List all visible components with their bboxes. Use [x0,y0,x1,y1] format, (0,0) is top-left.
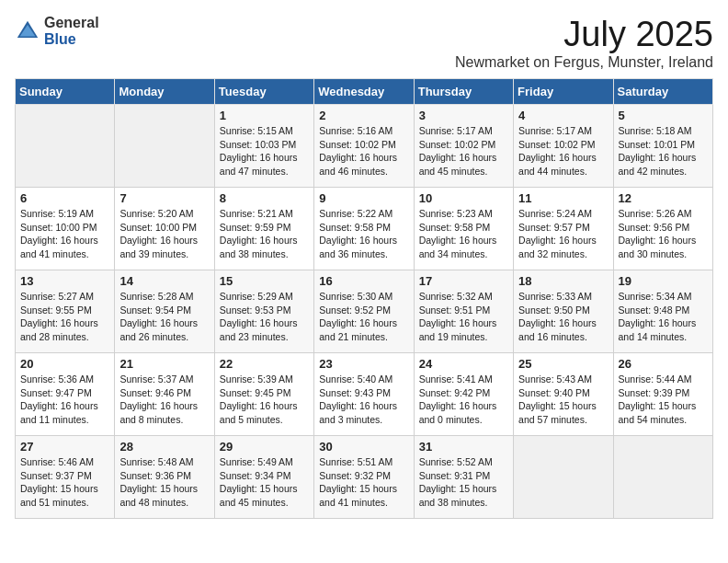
calendar-table: SundayMondayTuesdayWednesdayThursdayFrid… [15,78,713,519]
calendar-cell: 3Sunrise: 5:17 AMSunset: 10:02 PMDayligh… [414,105,513,188]
calendar-cell: 10Sunrise: 5:23 AMSunset: 9:58 PMDayligh… [414,188,513,270]
cell-content: Sunrise: 5:41 AMSunset: 9:42 PMDaylight:… [419,373,508,427]
cell-content: Sunrise: 5:19 AMSunset: 10:00 PMDaylight… [20,207,109,261]
calendar-cell: 8Sunrise: 5:21 AMSunset: 9:59 PMDaylight… [214,188,313,270]
day-number: 11 [518,191,608,205]
day-number: 17 [419,274,508,288]
cell-content: Sunrise: 5:26 AMSunset: 9:56 PMDaylight:… [619,207,708,261]
calendar-week-4: 20Sunrise: 5:36 AMSunset: 9:47 PMDayligh… [16,353,713,436]
calendar-cell: 7Sunrise: 5:20 AMSunset: 10:00 PMDayligh… [115,188,214,270]
calendar-week-3: 13Sunrise: 5:27 AMSunset: 9:55 PMDayligh… [16,270,713,353]
day-number: 14 [119,274,209,288]
cell-content: Sunrise: 5:34 AMSunset: 9:48 PMDaylight:… [619,290,708,344]
calendar-cell: 4Sunrise: 5:17 AMSunset: 10:02 PMDayligh… [514,105,613,188]
header: General Blue July 2025 Newmarket on Ferg… [15,15,713,71]
cell-content: Sunrise: 5:22 AMSunset: 9:58 PMDaylight:… [319,207,408,261]
calendar-cell: 20Sunrise: 5:36 AMSunset: 9:47 PMDayligh… [16,353,115,436]
day-number: 19 [619,274,708,288]
cell-content: Sunrise: 5:52 AMSunset: 9:31 PMDaylight:… [419,455,508,510]
day-number: 8 [220,191,309,205]
cell-content: Sunrise: 5:15 AMSunset: 10:03 PMDaylight… [220,124,309,178]
day-number: 20 [20,357,109,371]
calendar-cell [16,105,115,188]
day-number: 7 [119,191,209,205]
calendar-cell: 29Sunrise: 5:49 AMSunset: 9:34 PMDayligh… [214,436,313,519]
calendar-cell: 13Sunrise: 5:27 AMSunset: 9:55 PMDayligh… [16,270,115,353]
cell-content: Sunrise: 5:18 AMSunset: 10:01 PMDaylight… [619,124,708,178]
cell-content: Sunrise: 5:20 AMSunset: 10:00 PMDaylight… [119,207,209,261]
calendar-cell [514,436,613,519]
cell-content: Sunrise: 5:24 AMSunset: 9:57 PMDaylight:… [518,207,608,261]
cell-content: Sunrise: 5:21 AMSunset: 9:59 PMDaylight:… [220,207,309,261]
day-number: 30 [319,440,408,454]
calendar-cell: 14Sunrise: 5:28 AMSunset: 9:54 PMDayligh… [115,270,214,353]
calendar-week-5: 27Sunrise: 5:46 AMSunset: 9:37 PMDayligh… [16,436,713,519]
calendar-cell: 25Sunrise: 5:43 AMSunset: 9:40 PMDayligh… [514,353,613,436]
calendar-cell: 9Sunrise: 5:22 AMSunset: 9:58 PMDaylight… [314,188,414,270]
calendar-cell: 12Sunrise: 5:26 AMSunset: 9:56 PMDayligh… [613,188,712,270]
cell-content: Sunrise: 5:28 AMSunset: 9:54 PMDaylight:… [119,290,209,344]
day-header-sunday: Sunday [16,79,115,105]
day-header-thursday: Thursday [414,79,513,105]
cell-content: Sunrise: 5:51 AMSunset: 9:32 PMDaylight:… [319,455,408,510]
day-number: 21 [119,357,209,371]
day-number: 9 [319,191,408,205]
calendar-cell: 5Sunrise: 5:18 AMSunset: 10:01 PMDayligh… [613,105,712,188]
calendar-cell: 16Sunrise: 5:30 AMSunset: 9:52 PMDayligh… [314,270,414,353]
day-header-monday: Monday [115,79,214,105]
calendar-cell: 15Sunrise: 5:29 AMSunset: 9:53 PMDayligh… [214,270,313,353]
day-number: 26 [619,357,708,371]
cell-content: Sunrise: 5:37 AMSunset: 9:46 PMDaylight:… [119,373,209,427]
calendar-cell: 26Sunrise: 5:44 AMSunset: 9:39 PMDayligh… [613,353,712,436]
day-number: 25 [518,357,608,371]
cell-content: Sunrise: 5:39 AMSunset: 9:45 PMDaylight:… [220,373,309,427]
cell-content: Sunrise: 5:32 AMSunset: 9:51 PMDaylight:… [419,290,508,344]
cell-content: Sunrise: 5:27 AMSunset: 9:55 PMDaylight:… [20,290,109,344]
cell-content: Sunrise: 5:44 AMSunset: 9:39 PMDaylight:… [619,373,708,427]
calendar-cell: 2Sunrise: 5:16 AMSunset: 10:02 PMDayligh… [314,105,414,188]
day-number: 23 [319,357,408,371]
cell-content: Sunrise: 5:29 AMSunset: 9:53 PMDaylight:… [220,290,309,344]
calendar-cell: 31Sunrise: 5:52 AMSunset: 9:31 PMDayligh… [414,436,513,519]
day-number: 10 [419,191,508,205]
calendar-cell [115,105,214,188]
cell-content: Sunrise: 5:36 AMSunset: 9:47 PMDaylight:… [20,373,109,427]
calendar-cell: 23Sunrise: 5:40 AMSunset: 9:43 PMDayligh… [314,353,414,436]
cell-content: Sunrise: 5:17 AMSunset: 10:02 PMDaylight… [419,124,508,178]
cell-content: Sunrise: 5:43 AMSunset: 9:40 PMDaylight:… [518,373,608,427]
cell-content: Sunrise: 5:17 AMSunset: 10:02 PMDaylight… [518,124,608,178]
day-number: 31 [419,440,508,454]
day-number: 6 [20,191,109,205]
cell-content: Sunrise: 5:40 AMSunset: 9:43 PMDaylight:… [319,373,408,427]
calendar-cell: 18Sunrise: 5:33 AMSunset: 9:50 PMDayligh… [514,270,613,353]
calendar-cell: 6Sunrise: 5:19 AMSunset: 10:00 PMDayligh… [16,188,115,270]
day-header-saturday: Saturday [613,79,712,105]
header-row: SundayMondayTuesdayWednesdayThursdayFrid… [16,79,713,105]
day-number: 2 [319,109,408,122]
logo-text: General Blue [44,15,99,47]
calendar-cell: 19Sunrise: 5:34 AMSunset: 9:48 PMDayligh… [613,270,712,353]
day-number: 28 [119,440,209,454]
day-number: 5 [619,109,708,122]
calendar-cell: 30Sunrise: 5:51 AMSunset: 9:32 PMDayligh… [314,436,414,519]
calendar-cell: 1Sunrise: 5:15 AMSunset: 10:03 PMDayligh… [214,105,313,188]
day-number: 3 [419,109,508,122]
title-section: July 2025 Newmarket on Fergus, Munster, … [455,15,713,71]
calendar-cell: 17Sunrise: 5:32 AMSunset: 9:51 PMDayligh… [414,270,513,353]
cell-content: Sunrise: 5:46 AMSunset: 9:37 PMDaylight:… [20,455,109,510]
calendar-cell: 11Sunrise: 5:24 AMSunset: 9:57 PMDayligh… [514,188,613,270]
logo-general: General [44,15,99,31]
day-number: 1 [220,109,309,122]
calendar-cell: 22Sunrise: 5:39 AMSunset: 9:45 PMDayligh… [214,353,313,436]
day-number: 4 [518,109,608,122]
day-number: 13 [20,274,109,288]
cell-content: Sunrise: 5:16 AMSunset: 10:02 PMDaylight… [319,124,408,178]
day-number: 27 [20,440,109,454]
calendar-cell: 24Sunrise: 5:41 AMSunset: 9:42 PMDayligh… [414,353,513,436]
day-number: 15 [220,274,309,288]
day-header-wednesday: Wednesday [314,79,414,105]
day-header-friday: Friday [514,79,613,105]
day-number: 18 [518,274,608,288]
cell-content: Sunrise: 5:23 AMSunset: 9:58 PMDaylight:… [419,207,508,261]
day-number: 16 [319,274,408,288]
